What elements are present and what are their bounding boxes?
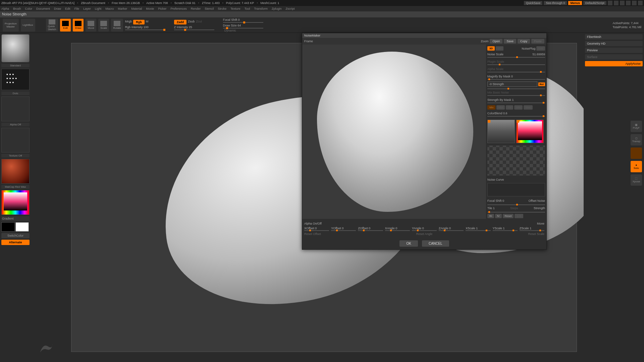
move-label[interactable]: Move: [537, 222, 544, 225]
stroke-thumbnail[interactable]: [1, 69, 30, 90]
geometry-hd-section[interactable]: Geometry HD: [585, 41, 643, 46]
yangle-slider[interactable]: [412, 230, 437, 231]
transp-button[interactable]: ◻Transp: [631, 134, 642, 145]
tile-slider[interactable]: [487, 212, 545, 213]
xscale-slider[interactable]: [466, 230, 490, 231]
swatch-white[interactable]: [15, 222, 29, 232]
steps-label[interactable]: Steps: [496, 206, 533, 210]
draw-button[interactable]: Draw: [73, 19, 84, 32]
z-intensity[interactable]: Z Intensity 25: [174, 25, 192, 29]
dynamic-label[interactable]: Dynamic: [224, 29, 236, 32]
yscale-slider[interactable]: [493, 230, 518, 231]
strength-label[interactable]: Strength: [534, 206, 545, 210]
menu-item[interactable]: Stencil: [205, 7, 214, 10]
polyf-button[interactable]: ▦PolyF: [631, 121, 642, 132]
open-button[interactable]: Open: [490, 39, 502, 44]
zsub-label[interactable]: Zsub: [188, 20, 195, 24]
noise-curve-editor[interactable]: [487, 183, 545, 196]
tile-label[interactable]: Tile 1: [487, 206, 495, 210]
menu-item[interactable]: Light: [95, 7, 102, 10]
menu-item[interactable]: Zplugin: [272, 7, 282, 10]
alpha-preview[interactable]: [487, 145, 545, 176]
zadd-button[interactable]: Zadd: [174, 20, 187, 24]
surface-section[interactable]: Surface: [585, 54, 643, 60]
max-button[interactable]: Max: [524, 105, 533, 110]
alpha-scale-slider[interactable]: [487, 72, 545, 72]
mid-button[interactable]: Mid: [496, 105, 505, 110]
magnify-mask-slider[interactable]: [487, 79, 545, 80]
menu-item[interactable]: Stroke: [218, 7, 226, 10]
yoffset-slider[interactable]: [331, 230, 356, 231]
lightbox-button[interactable]: LightBox: [21, 19, 35, 32]
mix-basic-slider[interactable]: [487, 95, 545, 96]
plugin-scale-slider[interactable]: [487, 64, 545, 65]
offset-noise-label[interactable]: Offset Noise: [529, 199, 545, 202]
reset-button[interactable]: Reset: [503, 214, 514, 218]
color-picker-b[interactable]: [516, 120, 544, 143]
min-button[interactable]: Min: [514, 105, 523, 110]
move-button[interactable]: Move: [86, 19, 96, 32]
swatch-black[interactable]: [1, 222, 15, 232]
scale-button[interactable]: Scale: [98, 19, 109, 32]
menu-item[interactable]: Marker: [118, 7, 127, 10]
copy-button[interactable]: Copy: [518, 39, 530, 44]
close-icon[interactable]: [638, 1, 643, 5]
rgb-button[interactable]: Rgb: [133, 20, 145, 24]
yoffset-label[interactable]: YOffset 0: [331, 227, 356, 230]
zoffset-slider[interactable]: [358, 230, 383, 231]
fv-button[interactable]: fV: [495, 214, 502, 218]
focal-shift-label[interactable]: Focal Shift 0: [487, 199, 504, 202]
draw-size[interactable]: Draw Size 64: [223, 24, 241, 27]
switch-color-button[interactable]: SwitchColor: [1, 233, 30, 238]
solo-button[interactable]: ●Solo: [631, 161, 642, 172]
texture-thumbnail[interactable]: [1, 128, 30, 153]
mix-button[interactable]: Mix: [487, 105, 495, 110]
edit-button[interactable]: Edit: [515, 214, 523, 218]
zoffset-label[interactable]: ZOffset 0: [358, 227, 383, 230]
rotate-button[interactable]: Rotate: [111, 19, 123, 32]
minimize-icon[interactable]: [626, 1, 631, 5]
noise-scale-slider[interactable]: [487, 57, 545, 58]
uv-button[interactable]: UV: [496, 46, 503, 51]
menu-item[interactable]: Tool: [245, 7, 250, 10]
xangle-slider[interactable]: [385, 230, 410, 231]
xoffset-label[interactable]: XOffset 0: [304, 227, 329, 230]
menu-item[interactable]: Edit: [65, 7, 70, 10]
zangle-slider[interactable]: [439, 230, 464, 231]
rgb-intensity[interactable]: Rgb Intensity 100: [125, 25, 149, 29]
zoom-label[interactable]: Zoom: [481, 40, 488, 43]
menu-item[interactable]: Alpha: [1, 7, 9, 10]
quicksketch-button[interactable]: Quick Sketch: [46, 19, 58, 32]
preview-section[interactable]: Preview: [585, 48, 643, 53]
strength-mask-slider[interactable]: [487, 103, 545, 103]
projection-master-button[interactable]: Projection Master: [3, 19, 19, 32]
3d-button[interactable]: 3D: [487, 46, 495, 51]
window-icon[interactable]: [620, 1, 625, 5]
xoffset-slider[interactable]: [304, 230, 329, 231]
mrgb-label[interactable]: Mrgb: [125, 20, 132, 24]
draw-size-slider[interactable]: [223, 28, 263, 28]
menu-item[interactable]: Zscript: [286, 7, 295, 10]
menu-item[interactable]: Brush: [13, 7, 21, 10]
seethrough-slider[interactable]: See-through 0: [544, 1, 567, 5]
reset-angle-button[interactable]: Reset Angle: [385, 232, 464, 236]
strength-slider[interactable]: [487, 88, 545, 89]
menu-item[interactable]: Picker: [158, 7, 166, 10]
maximize-icon[interactable]: [632, 1, 637, 5]
material-thumbnail[interactable]: [1, 159, 30, 184]
menu-item[interactable]: Document: [36, 7, 50, 10]
alpha-onoff-label[interactable]: Alpha On/Off: [304, 222, 322, 225]
menu-item[interactable]: Layer: [83, 7, 91, 10]
menu-item[interactable]: Render: [191, 7, 201, 10]
menu-item[interactable]: Macro: [105, 7, 114, 10]
menu-item[interactable]: Texture: [230, 7, 240, 10]
fh-button[interactable]: fH: [487, 214, 494, 218]
reset-scale-button[interactable]: Reset Scale: [466, 232, 544, 236]
ok-button[interactable]: OK: [399, 240, 418, 247]
gradient-label[interactable]: Gradient: [1, 216, 30, 221]
zangle-label[interactable]: ZAngle 0: [439, 227, 464, 230]
fibermesh-section[interactable]: FiberMesh: [585, 34, 643, 40]
noise-preview[interactable]: [302, 45, 486, 219]
focal-offset-slider[interactable]: [487, 204, 545, 205]
menu-item[interactable]: Transform: [254, 7, 268, 10]
